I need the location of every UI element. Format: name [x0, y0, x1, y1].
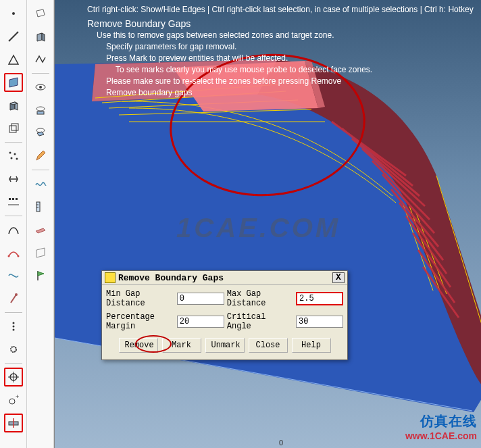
- svg-point-24: [11, 347, 16, 352]
- wire-tool[interactable]: [31, 4, 50, 23]
- eye-cube-tool[interactable]: [31, 124, 50, 143]
- svg-rect-14: [12, 198, 14, 200]
- svg-text:+: +: [16, 393, 19, 400]
- svg-rect-42: [36, 202, 40, 211]
- hint-l6: Remove boundary gaps: [87, 87, 474, 99]
- wire-cube-tool[interactable]: [4, 119, 23, 138]
- target-tool[interactable]: [4, 368, 23, 387]
- svg-point-36: [39, 86, 42, 89]
- box-tool[interactable]: [31, 27, 50, 46]
- slab-tool[interactable]: [31, 220, 50, 239]
- pencil-tool[interactable]: [31, 147, 50, 166]
- point-tool[interactable]: [4, 4, 23, 23]
- svg-line-1: [9, 32, 18, 41]
- remove-boundary-gaps-dialog: Remove Boundary Gaps X Min Gap Distance …: [101, 270, 348, 360]
- dialog-icon: [105, 272, 116, 283]
- pct-label: Percentage Margin: [106, 312, 174, 331]
- angle-label: Critical Angle: [227, 312, 293, 331]
- wave-tool[interactable]: [31, 174, 50, 193]
- align-tool[interactable]: [4, 193, 23, 211]
- svg-point-20: [15, 293, 18, 296]
- gear-tool[interactable]: [4, 340, 23, 359]
- svg-point-17: [7, 255, 9, 257]
- svg-marker-33: [37, 33, 42, 41]
- dialog-titlebar[interactable]: Remove Boundary Gaps X: [102, 271, 347, 285]
- angle-input[interactable]: [296, 316, 343, 328]
- svg-marker-3: [9, 78, 18, 87]
- spline-tool[interactable]: [4, 266, 23, 285]
- hint-l4: To see marks clearly you may use mouse p…: [87, 64, 474, 76]
- svg-marker-45: [36, 228, 45, 233]
- svg-marker-34: [42, 33, 45, 41]
- svg-point-18: [17, 255, 19, 257]
- flag-tool[interactable]: [31, 266, 50, 285]
- target-plus-tool[interactable]: +: [4, 391, 23, 409]
- svg-point-12: [16, 158, 18, 160]
- remove-button[interactable]: Remove: [119, 338, 158, 353]
- svg-point-9: [9, 152, 11, 154]
- path-tool[interactable]: [4, 243, 23, 262]
- eye-tool[interactable]: [31, 78, 50, 97]
- pct-input[interactable]: [177, 316, 224, 328]
- sheet-tool[interactable]: [31, 243, 50, 262]
- scatter-tool[interactable]: [4, 147, 23, 166]
- svg-point-28: [9, 399, 15, 404]
- cube-tool[interactable]: [4, 96, 23, 115]
- hint-title: Remove Boundary Gaps: [87, 18, 474, 30]
- hint-text-block: Ctrl right-click: Show/Hide Edges | Ctrl…: [87, 4, 474, 99]
- hint-l2: Specify parameters for gap removal.: [87, 41, 474, 53]
- svg-point-23: [12, 329, 14, 331]
- close-button[interactable]: Close: [249, 338, 288, 353]
- eye-face-tool[interactable]: [31, 101, 50, 120]
- dialog-close-button[interactable]: X: [332, 272, 345, 283]
- max-gap-label: Max Gap Distance: [227, 289, 293, 308]
- arrows-tool[interactable]: [4, 170, 23, 189]
- hint-l3: Press Mark to preview entities that will…: [87, 53, 474, 64]
- viewport-3d[interactable]: Ctrl right-click: Show/Hide Edges | Ctrl…: [54, 0, 481, 448]
- svg-point-21: [12, 322, 14, 324]
- tool-column-left: +: [0, 0, 27, 448]
- svg-marker-46: [36, 248, 45, 257]
- section-tool[interactable]: [4, 414, 23, 432]
- svg-marker-32: [36, 9, 45, 17]
- unmark-button[interactable]: Unmark: [205, 338, 245, 353]
- svg-point-11: [10, 157, 12, 159]
- svg-rect-7: [9, 126, 16, 132]
- svg-marker-2: [9, 55, 18, 64]
- needle-tool[interactable]: [4, 289, 23, 308]
- dialog-button-row: Remove Mark Unmark Close Help: [106, 338, 343, 353]
- svg-rect-38: [37, 111, 44, 114]
- footer-zero: 0: [279, 439, 283, 447]
- hint-top: Ctrl right-click: Show/Hide Edges | Ctrl…: [87, 4, 474, 16]
- help-button[interactable]: Help: [292, 338, 331, 353]
- svg-point-22: [12, 326, 14, 328]
- hint-l5: Please make sure to re-select the zones …: [87, 76, 474, 87]
- max-gap-input[interactable]: [296, 292, 343, 305]
- dialog-title-text: Remove Boundary Gaps: [118, 273, 224, 283]
- svg-point-0: [12, 12, 15, 15]
- hint-l1: Use this to remove gaps between selected…: [87, 30, 474, 41]
- svg-rect-15: [16, 198, 18, 200]
- triangle-tool[interactable]: [4, 50, 23, 69]
- curve-tool[interactable]: [4, 220, 23, 239]
- min-gap-input[interactable]: [177, 293, 224, 305]
- ruler-tool[interactable]: [31, 197, 50, 216]
- svg-marker-41: [36, 151, 45, 160]
- svg-rect-13: [9, 198, 11, 200]
- svg-line-19: [11, 295, 16, 303]
- polyline-tool[interactable]: [31, 50, 50, 69]
- dots-vert-tool[interactable]: [4, 317, 23, 336]
- svg-point-37: [36, 107, 45, 111]
- svg-marker-48: [38, 272, 44, 276]
- svg-rect-8: [11, 124, 18, 130]
- face-tool[interactable]: [4, 73, 23, 92]
- mark-button[interactable]: Mark: [162, 338, 201, 353]
- min-gap-label: Min Gap Distance: [106, 289, 174, 308]
- tool-column-right: [27, 0, 54, 448]
- line-tool[interactable]: [4, 27, 23, 46]
- svg-point-10: [14, 153, 16, 155]
